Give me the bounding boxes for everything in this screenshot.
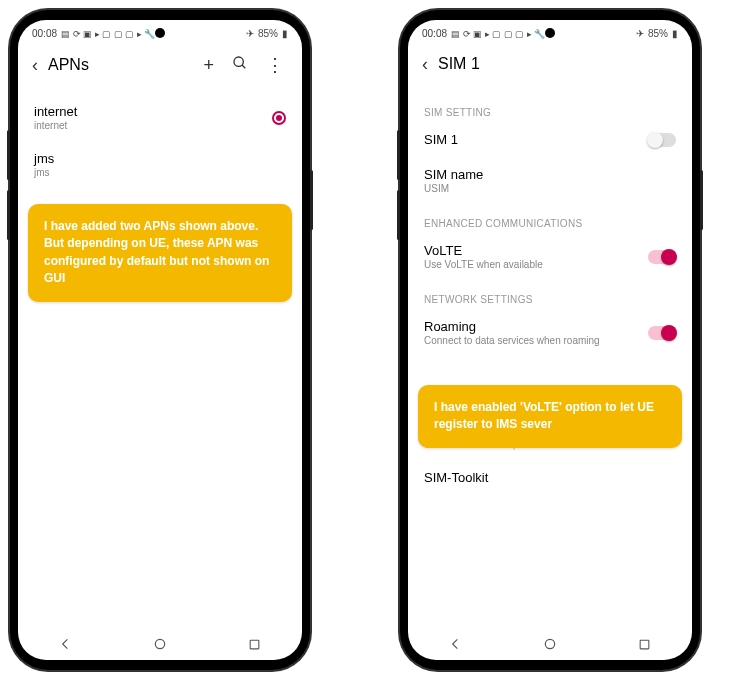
nav-home-icon[interactable]	[152, 636, 168, 652]
page-title: SIM 1	[438, 55, 678, 73]
svg-point-0	[234, 57, 243, 66]
status-time: 00:08	[32, 28, 57, 39]
section-network: NETWORK SETTINGS	[408, 280, 692, 309]
camera-notch	[155, 28, 165, 38]
status-notif-icons: ▤ ⟳ ▣ ▸ ▢ ▢ ▢ ▸ 🔧 •	[451, 29, 551, 39]
header: ‹ SIM 1	[408, 43, 692, 85]
volume-down-button[interactable]	[397, 190, 400, 240]
roaming-toggle[interactable]	[648, 326, 676, 340]
sim-name-value: USIM	[424, 183, 676, 194]
volume-down-button[interactable]	[7, 190, 10, 240]
svg-line-1	[242, 65, 245, 68]
phone-frame-right: 00:08 ▤ ⟳ ▣ ▸ ▢ ▢ ▢ ▸ 🔧 • ✈ 85% ▮ ‹ SIM …	[400, 10, 700, 670]
sim-name-label: SIM name	[424, 167, 676, 182]
page-title: APNs	[48, 56, 193, 74]
battery-icon: ▮	[282, 28, 288, 39]
annotation-callout: I have enabled 'VoLTE' option to let UE …	[418, 385, 682, 448]
apn-detail: internet	[34, 120, 272, 131]
sim-toolkit-label: SIM-Toolkit	[424, 470, 676, 485]
power-button[interactable]	[310, 170, 313, 230]
nav-recent-icon[interactable]	[637, 636, 653, 652]
screen-left: 00:08 ▤ ⟳ ▣ ▸ ▢ ▢ ▢ ▸ 🔧 • ✈ 85% ▮ ‹ APNs…	[18, 20, 302, 660]
more-icon[interactable]: ⋮	[266, 56, 284, 74]
airplane-icon: ✈	[636, 28, 644, 39]
volume-up-button[interactable]	[397, 130, 400, 180]
nav-home-icon[interactable]	[542, 636, 558, 652]
apn-detail: jms	[34, 167, 286, 178]
apn-name: jms	[34, 151, 286, 166]
roaming-sub: Connect to data services when roaming	[424, 335, 648, 346]
svg-point-4	[545, 639, 554, 648]
back-icon[interactable]: ‹	[32, 56, 38, 74]
volte-sub: Use VoLTE when available	[424, 259, 648, 270]
nav-bar	[18, 626, 302, 660]
status-notif-icons: ▤ ⟳ ▣ ▸ ▢ ▢ ▢ ▸ 🔧 •	[61, 29, 161, 39]
sim-name-row[interactable]: SIM name USIM	[408, 157, 692, 204]
sim1-label: SIM 1	[424, 132, 648, 147]
sim1-toggle[interactable]	[648, 133, 676, 147]
sim-toolkit-row[interactable]: SIM-Toolkit	[408, 460, 692, 495]
section-enhanced: ENHANCED COMMUNICATIONS	[408, 204, 692, 233]
apn-name: internet	[34, 104, 272, 119]
apn-item-jms[interactable]: jms jms	[18, 141, 302, 188]
battery-icon: ▮	[672, 28, 678, 39]
nav-bar	[408, 626, 692, 660]
back-icon[interactable]: ‹	[422, 55, 428, 73]
svg-rect-5	[640, 640, 649, 649]
status-time: 00:08	[422, 28, 447, 39]
power-button[interactable]	[700, 170, 703, 230]
settings-list: SIM SETTING SIM 1 SIM name USIM ENHANCED…	[408, 85, 692, 626]
sim1-row[interactable]: SIM 1	[408, 122, 692, 157]
roaming-row[interactable]: Roaming Connect to data services when ro…	[408, 309, 692, 356]
annotation-callout: I have added two APNs shown above. But d…	[28, 204, 292, 302]
volte-label: VoLTE	[424, 243, 648, 258]
search-icon[interactable]	[232, 55, 248, 74]
roaming-label: Roaming	[424, 319, 648, 334]
nav-back-icon[interactable]	[57, 636, 73, 652]
nav-recent-icon[interactable]	[247, 636, 263, 652]
screen-right: 00:08 ▤ ⟳ ▣ ▸ ▢ ▢ ▢ ▸ 🔧 • ✈ 85% ▮ ‹ SIM …	[408, 20, 692, 660]
camera-notch	[545, 28, 555, 38]
battery-pct: 85%	[258, 28, 278, 39]
svg-rect-3	[250, 640, 259, 649]
svg-point-2	[155, 639, 164, 648]
nav-back-icon[interactable]	[447, 636, 463, 652]
phone-frame-left: 00:08 ▤ ⟳ ▣ ▸ ▢ ▢ ▢ ▸ 🔧 • ✈ 85% ▮ ‹ APNs…	[10, 10, 310, 670]
add-icon[interactable]: +	[203, 56, 214, 74]
volte-row[interactable]: VoLTE Use VoLTE when available	[408, 233, 692, 280]
airplane-icon: ✈	[246, 28, 254, 39]
apn-radio[interactable]	[272, 111, 286, 125]
volte-toggle[interactable]	[648, 250, 676, 264]
battery-pct: 85%	[648, 28, 668, 39]
apn-list: internet internet jms jms I have added t…	[18, 86, 302, 626]
header: ‹ APNs + ⋮	[18, 43, 302, 86]
volume-up-button[interactable]	[7, 130, 10, 180]
section-sim-setting: SIM SETTING	[408, 93, 692, 122]
apn-item-internet[interactable]: internet internet	[18, 94, 302, 141]
